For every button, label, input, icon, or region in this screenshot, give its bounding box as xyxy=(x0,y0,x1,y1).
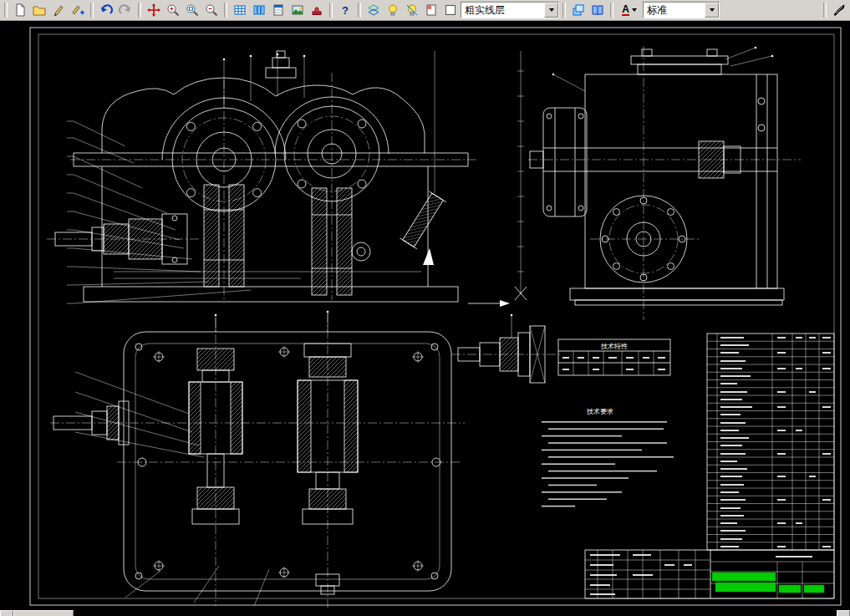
bulb-on-icon xyxy=(386,3,400,17)
style-combo-arrow[interactable] xyxy=(705,3,719,18)
cad-drawing[interactable]: 技术特性 技术要求 xyxy=(0,21,850,610)
zoom-window-icon xyxy=(186,3,199,17)
layers-diamond-button[interactable] xyxy=(364,2,383,18)
table-doc-icon xyxy=(272,3,285,17)
grid-icon xyxy=(233,3,247,17)
undo-button[interactable] xyxy=(97,2,115,18)
pencil-plus-icon xyxy=(71,3,84,17)
toolbar-separator xyxy=(329,3,333,18)
columns-icon xyxy=(252,3,266,17)
drawing-area[interactable]: 技术特性 技术要求 xyxy=(0,21,850,610)
toolbar-separator xyxy=(562,3,566,18)
new-layer-button[interactable] xyxy=(422,2,440,18)
style-combo[interactable]: 标准 xyxy=(643,2,720,18)
toolbar-separator xyxy=(4,3,8,18)
stamp-icon xyxy=(310,3,323,17)
zoom-extents-button[interactable] xyxy=(202,2,221,18)
scroll-track xyxy=(74,610,837,616)
image-icon xyxy=(291,3,304,17)
main-toolbar: ? 粗实线层 A 标准 xyxy=(0,0,850,21)
toolbar-separator xyxy=(224,3,227,18)
pan-icon xyxy=(147,3,160,17)
toolbar-separator xyxy=(823,3,827,18)
chevron-down-icon xyxy=(549,8,554,12)
style-combo-value: 标准 xyxy=(647,3,667,18)
pan-button[interactable] xyxy=(145,2,163,18)
toolbar-separator xyxy=(358,3,361,18)
zoom-window-button[interactable] xyxy=(183,2,201,18)
styles-book-button[interactable] xyxy=(588,2,607,18)
horizontal-scrollbar[interactable] xyxy=(0,610,850,616)
layer-color-swatch-icon xyxy=(445,5,456,15)
book-icon xyxy=(591,3,604,17)
bulb-off-icon xyxy=(405,3,419,17)
table-button[interactable] xyxy=(269,2,288,18)
pen-nib-icon xyxy=(832,3,846,17)
text-style-button[interactable]: A xyxy=(617,2,642,18)
new-file-icon xyxy=(13,3,27,17)
chevron-down-icon xyxy=(632,8,637,12)
layers-diamond-icon xyxy=(367,3,380,17)
toolbar-separator xyxy=(610,3,613,18)
open-folder-icon xyxy=(33,3,46,17)
help-button[interactable]: ? xyxy=(336,2,354,18)
scroll-left-button[interactable] xyxy=(0,610,13,616)
redo-icon xyxy=(119,3,132,17)
scroll-right-button[interactable] xyxy=(837,610,850,616)
tech-requirements-title: 技术要求 xyxy=(586,408,613,415)
help-icon: ? xyxy=(342,4,349,17)
tech-characteristics-title: 技术特性 xyxy=(600,343,628,350)
pen-tool-button[interactable] xyxy=(830,2,848,18)
zoom-extents-icon xyxy=(205,3,218,17)
title-block-highlight-cell xyxy=(715,583,776,592)
toolbar-separator xyxy=(138,3,141,18)
scroll-thumb[interactable] xyxy=(13,610,74,616)
columns-button[interactable] xyxy=(250,2,268,18)
layer-manager-button[interactable] xyxy=(569,2,588,18)
layer-combo-value: 粗实线层 xyxy=(465,3,505,18)
layer-on-button[interactable] xyxy=(384,2,402,18)
open-file-button[interactable] xyxy=(30,2,48,18)
toolbar-separator xyxy=(90,3,94,18)
edit-button[interactable] xyxy=(49,2,68,18)
layer-off-button[interactable] xyxy=(403,2,421,18)
image-button[interactable] xyxy=(288,2,307,18)
title-block-highlight-cell xyxy=(779,585,801,593)
chevron-down-icon xyxy=(710,8,715,12)
layer-combo[interactable]: 粗实线层 xyxy=(461,2,559,18)
zoom-in-icon xyxy=(166,3,180,17)
pencil-icon xyxy=(52,3,65,17)
zoom-in-button[interactable] xyxy=(164,2,182,18)
undo-icon xyxy=(99,3,113,17)
layer-sheet-icon xyxy=(425,3,438,17)
grid-button[interactable] xyxy=(231,2,249,18)
layer-stack-icon xyxy=(572,3,585,17)
layer-color-button[interactable] xyxy=(441,2,460,18)
stamp-button[interactable] xyxy=(308,2,326,18)
new-file-button[interactable] xyxy=(11,2,29,18)
text-style-icon: A xyxy=(622,5,629,16)
title-block-highlight-cell xyxy=(804,585,824,593)
layer-combo-arrow[interactable] xyxy=(544,3,558,18)
redo-button[interactable] xyxy=(116,2,135,18)
annotate-button[interactable] xyxy=(69,2,87,18)
title-block-highlight-cell xyxy=(712,573,776,581)
